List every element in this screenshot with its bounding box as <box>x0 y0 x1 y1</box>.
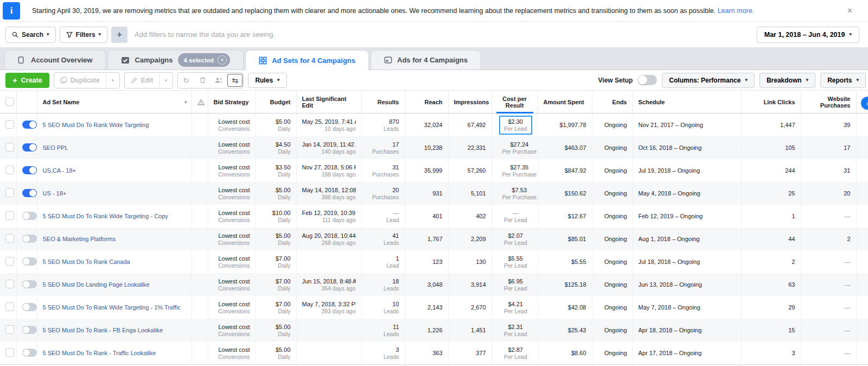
chevron-down-icon: ▾ <box>856 78 859 83</box>
filter-placeholder[interactable]: Add filters to narrow the data you are s… <box>135 30 753 39</box>
col-impressions[interactable]: Impressions <box>448 91 492 113</box>
duplicate-dropdown[interactable]: ▾ <box>106 73 119 88</box>
schedule-cell: May 4, 2018 – Ongoing <box>633 182 741 205</box>
row-toggle-cell <box>16 342 37 365</box>
status-toggle[interactable] <box>22 166 37 174</box>
results-cell: —Lead <box>361 205 405 228</box>
cost-per-result-cell: $7.53Per Purchase <box>492 182 538 205</box>
tab-ad-sets[interactable]: Ad Sets for 4 Campaigns <box>245 50 369 70</box>
tab-campaigns[interactable]: Campaigns 4 selected ✕ <box>107 50 244 70</box>
row-checkbox[interactable] <box>5 302 14 311</box>
chevron-down-icon: ▾ <box>806 78 809 83</box>
duplicate-button[interactable]: Duplicate <box>54 73 106 88</box>
status-toggle[interactable] <box>22 326 37 334</box>
status-toggle[interactable] <box>22 189 37 197</box>
spacer-cell <box>856 228 868 250</box>
status-toggle[interactable] <box>22 280 37 288</box>
edit-button[interactable]: Edit <box>125 73 159 88</box>
status-toggle[interactable] <box>22 143 37 152</box>
budget-cell: $5.00Daily <box>256 182 296 205</box>
col-ad-set-name[interactable]: Ad Set Name ▾ <box>37 91 192 113</box>
reports-button[interactable]: Reports ▾ <box>820 73 866 88</box>
trash-icon[interactable] <box>194 73 210 87</box>
ab-test-icon[interactable]: ⇆ <box>227 74 242 87</box>
account-overview-icon <box>18 56 26 64</box>
ad-set-name-link[interactable]: 5 SEO Must Do To Rank Wide Targeting - C… <box>43 213 186 219</box>
impressions-cell: 2,670 <box>448 296 492 319</box>
filters-button[interactable]: Filters ▾ <box>60 27 108 43</box>
clear-selection-icon[interactable]: ✕ <box>218 55 227 65</box>
delivery-warning-cell <box>192 113 208 137</box>
col-amount-spent[interactable]: Amount Spent <box>538 91 592 113</box>
create-button[interactable]: + Create <box>5 73 49 88</box>
row-checkbox[interactable] <box>5 280 14 288</box>
table-row: 5 SEO Must Do Landing Page Lookalike Low… <box>0 273 868 296</box>
row-checkbox[interactable] <box>5 234 14 243</box>
status-toggle[interactable] <box>22 349 37 357</box>
toggle-knob <box>23 281 30 288</box>
ad-set-name-link[interactable]: US - 18+ <box>43 190 186 197</box>
website-purchases-cell: — <box>801 250 856 273</box>
row-checkbox[interactable] <box>5 120 14 129</box>
refresh-icon[interactable]: ↻ <box>178 73 194 87</box>
close-icon[interactable]: ✕ <box>844 6 856 15</box>
status-toggle[interactable] <box>22 235 37 243</box>
col-last-significant-edit[interactable]: Last Significant Edit <box>296 91 361 113</box>
ad-set-name-link[interactable]: 5 SEO Must Do Landing Page Lookalike <box>43 281 186 288</box>
ad-set-name-link[interactable]: 5 SEO Must Do To Rank - FB Enga Lookalik… <box>43 327 186 333</box>
row-checkbox[interactable] <box>5 143 14 152</box>
col-website-purchases[interactable]: Website Purchases <box>801 91 856 113</box>
col-label: Website <box>807 96 851 102</box>
results-cell: 20Purchases <box>361 182 405 205</box>
view-setup-toggle[interactable] <box>637 75 657 85</box>
spacer-cell <box>856 250 868 273</box>
budget-cell: $7.00Daily <box>256 296 296 319</box>
last-edit-cell <box>296 342 361 365</box>
ad-set-name-link[interactable]: US,CA - 18+ <box>43 167 186 174</box>
delivery-warning-cell <box>192 182 208 205</box>
tab-account-overview[interactable]: Account Overview <box>4 50 106 70</box>
ad-set-name-link[interactable]: 5 SEO Must Do To Rank Wide Targeting <box>43 122 186 128</box>
tab-ads[interactable]: Ads for 4 Campaigns <box>371 50 481 70</box>
col-budget[interactable]: Budget <box>256 91 296 113</box>
select-all-checkbox[interactable] <box>5 97 14 106</box>
status-toggle[interactable] <box>22 212 37 220</box>
reach-cell: 123 <box>405 250 448 273</box>
col-results[interactable]: Results <box>361 91 405 113</box>
row-checkbox[interactable] <box>5 166 14 174</box>
status-toggle[interactable] <box>22 257 37 266</box>
link-clicks-cell: 25 <box>741 182 801 205</box>
status-toggle[interactable] <box>22 303 37 311</box>
row-checkbox[interactable] <box>5 348 14 357</box>
cost-per-result-cell: $2.87Per Lead <box>492 342 538 365</box>
col-bid-strategy[interactable]: Bid Strategy <box>208 91 256 113</box>
search-button[interactable]: Search ▾ <box>5 27 56 43</box>
ad-set-name-link[interactable]: 5 SEO Must Do To Rank - Traffic Lookalik… <box>43 350 186 356</box>
ad-set-name-link[interactable]: 5 SEO Must Do To Rank Canada <box>43 258 186 265</box>
add-filter-button[interactable]: + <box>111 27 127 43</box>
rules-button[interactable]: Rules ▾ <box>248 73 286 88</box>
spacer-cell <box>856 296 868 319</box>
ends-cell: Ongoing <box>592 250 633 273</box>
col-cost-per-result[interactable]: Cost per Result <box>492 91 538 113</box>
learn-more-link[interactable]: Learn more. <box>718 7 754 15</box>
col-schedule[interactable]: Schedule <box>633 91 741 113</box>
status-toggle[interactable] <box>22 121 37 129</box>
audience-icon[interactable] <box>210 73 227 87</box>
ad-set-name-link[interactable]: SEO & Marketing Platforms <box>43 236 186 242</box>
last-edit-cell: May 14, 2018, 12:08 P386 days ago <box>296 182 361 205</box>
row-checkbox[interactable] <box>5 325 14 334</box>
ad-set-name-link[interactable]: 5 SEO Must Do To Rank Wide Targeting - 1… <box>43 304 186 311</box>
row-checkbox[interactable] <box>5 188 14 197</box>
row-checkbox[interactable] <box>5 257 14 266</box>
date-range-button[interactable]: Mar 1, 2018 – Jun 4, 2019 ▾ <box>757 27 859 43</box>
col-ends[interactable]: Ends <box>592 91 633 113</box>
col-reach[interactable]: Reach <box>405 91 448 113</box>
cost-per-result-cell: $5.55Per Lead <box>492 250 538 273</box>
edit-dropdown[interactable]: ▾ <box>159 73 173 88</box>
row-checkbox[interactable] <box>5 211 14 220</box>
columns-button[interactable]: Columns: Performance ▾ <box>662 73 755 88</box>
ad-set-name-link[interactable]: SEO PPL <box>43 144 186 151</box>
col-link-clicks[interactable]: Link Clicks <box>741 91 801 113</box>
breakdown-button[interactable]: Breakdown ▾ <box>760 73 815 88</box>
